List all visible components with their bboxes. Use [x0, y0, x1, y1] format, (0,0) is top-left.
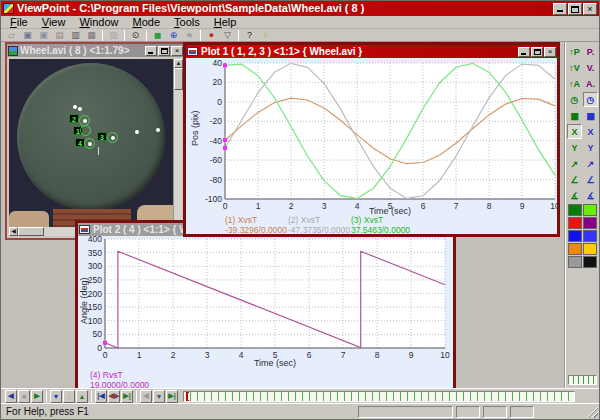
plot1-x-axis-label: Time (sec): [225, 206, 555, 216]
legend-entry: (1) XvsT-39.3296/0.0000: [225, 216, 288, 235]
frame-timeline[interactable]: [183, 391, 575, 402]
color-swatch-2-0[interactable]: [568, 230, 582, 242]
speed-down-button[interactable]: ▼: [50, 390, 62, 403]
menu-file[interactable]: File: [3, 16, 35, 29]
main-title-bar[interactable]: ViewPoint - C:\Program Files\Viewpoint\S…: [1, 1, 599, 16]
context-help-icon[interactable]: ?: [242, 29, 257, 41]
feature-dot: [135, 130, 139, 134]
color-swatch-1-0[interactable]: [568, 217, 582, 229]
color-swatch-1-1[interactable]: [583, 217, 597, 229]
marker-icon[interactable]: ●: [204, 29, 219, 41]
video-maximize-button[interactable]: [158, 46, 170, 56]
maximize-button[interactable]: [568, 3, 582, 15]
y-axis-b-button[interactable]: Y: [583, 140, 598, 155]
plot1-maximize-button[interactable]: [531, 47, 543, 57]
export-icon[interactable]: ▤: [52, 29, 67, 41]
svg-text:200: 200: [88, 289, 102, 299]
plot-accel-b-button[interactable]: A.: [583, 76, 598, 91]
plot2-legend: (4) RvsT19.0000/0.0000: [90, 371, 153, 388]
scroll-left-arrow[interactable]: ◀: [9, 227, 18, 236]
x-axis-b-button[interactable]: X: [583, 124, 598, 139]
bounce-play-button[interactable]: ◀▶: [108, 390, 120, 403]
key-tip-icon[interactable]: ♀: [258, 29, 273, 41]
frame-hold-button[interactable]: ↕: [63, 390, 75, 403]
resize-grip[interactable]: [586, 406, 598, 418]
play-reverse-button[interactable]: ◀: [5, 390, 17, 403]
marker-dot: [111, 136, 115, 140]
color-swatch-2-1[interactable]: [583, 230, 597, 242]
plot-velocity-b-button[interactable]: V.: [583, 60, 598, 75]
menu-window[interactable]: Window: [72, 16, 125, 29]
transport-separator: [136, 390, 137, 402]
plot-curve-icon[interactable]: ≈: [182, 29, 197, 41]
target-icon[interactable]: ⊕: [166, 29, 181, 41]
app-icon: [3, 3, 14, 14]
print-icon[interactable]: ▥: [68, 29, 83, 41]
plot-position-a-button[interactable]: ↑P: [567, 44, 582, 59]
color-swatch-0-0[interactable]: [568, 204, 582, 216]
filter-icon[interactable]: ▽: [220, 29, 235, 41]
angle-arc-b-button[interactable]: ∡: [583, 188, 598, 203]
color-swatch-0-1[interactable]: [583, 204, 597, 216]
color-swatch-3-0[interactable]: [568, 243, 582, 255]
plot-position-b-button[interactable]: P.: [583, 44, 598, 59]
minimize-button[interactable]: [553, 3, 567, 15]
time-clock-a-button[interactable]: ◷: [567, 92, 582, 107]
angle-a-button[interactable]: ∠: [567, 172, 582, 187]
first-frame-button[interactable]: |◀: [95, 390, 107, 403]
copy-icon[interactable]: ▧: [106, 29, 121, 41]
video-window-title-bar[interactable]: Wheel.avi ( 8 ) <1:1.79> ×: [7, 44, 184, 57]
video-minimize-button[interactable]: [145, 46, 157, 56]
stop-button[interactable]: ■: [18, 390, 30, 403]
color-swatch-4-1[interactable]: [583, 256, 597, 268]
video-frame-icon[interactable]: ◼: [150, 29, 165, 41]
svg-text:50: 50: [93, 329, 103, 339]
data-table-a-button[interactable]: ▦: [567, 108, 582, 123]
menu-view[interactable]: View: [35, 16, 73, 29]
save-icon[interactable]: ▣: [20, 29, 35, 41]
menu-help[interactable]: Help: [207, 16, 244, 29]
step-back-button[interactable]: ◀: [140, 390, 152, 403]
color-swatch-3-1[interactable]: [583, 243, 597, 255]
color-swatch-4-0[interactable]: [568, 256, 582, 268]
vertical-scroll-thumb[interactable]: [174, 68, 183, 90]
video-frame-view[interactable]: 2143: [9, 59, 175, 231]
last-frame-button[interactable]: ▶|: [121, 390, 133, 403]
marker-label-2: 2: [69, 114, 79, 123]
vector-a-button[interactable]: ↗: [567, 156, 582, 171]
plot-velocity-a-button[interactable]: ↑V: [567, 60, 582, 75]
scroll-up-arrow[interactable]: ▲: [174, 59, 183, 68]
mark-frame-button[interactable]: ▼: [153, 390, 165, 403]
video-window-icon: [8, 46, 18, 56]
plot1-title-bar[interactable]: Plot 1 ( 1, 2, 3 ) <1:1> { Wheel.avi } ×: [186, 45, 557, 58]
data-table-b-button[interactable]: ▦: [583, 108, 598, 123]
x-axis-a-button[interactable]: X: [567, 124, 582, 139]
zoom-icon[interactable]: ⊙: [128, 29, 143, 41]
video-close-button[interactable]: ×: [171, 46, 183, 56]
vector-b-button[interactable]: ↗: [583, 156, 598, 171]
step-forward-button[interactable]: ▶|: [166, 390, 178, 403]
plot1-chart-area[interactable]: 01234567891040200-20-40-60-80-100: [186, 58, 486, 208]
menu-mode[interactable]: Mode: [126, 16, 168, 29]
y-axis-a-button[interactable]: Y: [567, 140, 582, 155]
properties-icon[interactable]: ▦: [84, 29, 99, 41]
svg-text:300: 300: [88, 261, 102, 271]
plot1-close-button[interactable]: ×: [544, 47, 556, 57]
play-forward-button[interactable]: ▶: [31, 390, 43, 403]
time-clock-b-button[interactable]: ◷: [583, 92, 598, 107]
plot-accel-a-button[interactable]: ↑A: [567, 76, 582, 91]
svg-text:0: 0: [97, 343, 102, 353]
mini-scale-ruler[interactable]: [568, 375, 597, 385]
plot1-minimize-button[interactable]: [518, 47, 530, 57]
menu-tools[interactable]: Tools: [167, 16, 207, 29]
angle-arc-a-button[interactable]: ∡: [567, 188, 582, 203]
close-button[interactable]: ×: [583, 3, 597, 15]
video-vertical-scrollbar[interactable]: ▲: [173, 59, 182, 229]
horizontal-scroll-thumb[interactable]: [18, 227, 44, 236]
mdi-workspace: Wheel.avi ( 8 ) <1:1.79> × 2143 ▲ ◀: [1, 42, 599, 388]
save-as-icon[interactable]: ▣: [36, 29, 51, 41]
speed-up-button[interactable]: ▲: [76, 390, 88, 403]
timeline-position-cursor[interactable]: [186, 392, 189, 401]
angle-b-button[interactable]: ∠: [583, 172, 598, 187]
open-icon[interactable]: ▱: [4, 29, 19, 41]
